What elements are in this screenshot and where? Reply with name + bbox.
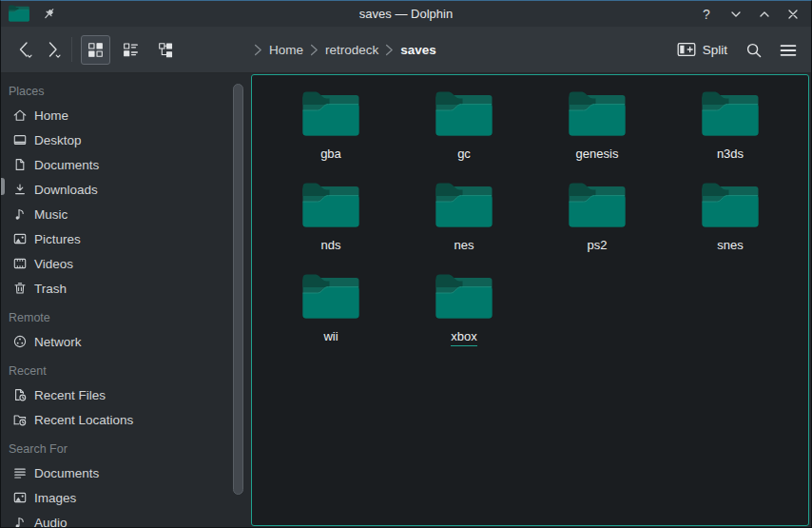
sidebar-section-header: Recent <box>1 360 229 382</box>
split-label: Split <box>703 43 727 57</box>
sidebar-section-header: Places <box>1 80 229 103</box>
breadcrumb-arrow-icon[interactable] <box>254 44 262 56</box>
music-note-icon <box>12 515 29 528</box>
sidebar-item-documents[interactable]: Documents <box>1 460 229 485</box>
sidebar-item-label: Downloads <box>34 183 98 197</box>
maximize-button[interactable] <box>752 4 775 25</box>
sidebar-item-label: Trash <box>34 282 67 296</box>
sidebar-item-recent-files[interactable]: Recent Files <box>1 382 229 407</box>
folder-item[interactable]: nes <box>397 179 531 270</box>
sidebar-item-home[interactable]: Home <box>1 103 229 127</box>
menu-button[interactable] <box>773 35 802 64</box>
sidebar-item-label: Home <box>34 108 68 123</box>
icons-view-button[interactable] <box>81 35 110 65</box>
sidebar-item-label: Audio <box>34 516 68 528</box>
folder-item[interactable]: xbox <box>397 270 531 362</box>
music-note-icon <box>12 206 29 223</box>
details-view-button[interactable] <box>116 35 145 65</box>
sidebar-item-videos[interactable]: Videos <box>1 251 229 276</box>
minimize-button[interactable] <box>724 4 746 25</box>
scrollbar-handle[interactable] <box>233 84 243 495</box>
folder-grid: gba gc genesis n3ds nds <box>252 75 798 362</box>
sidebar-item-network[interactable]: Network <box>1 329 229 354</box>
folder-label: gc <box>457 147 471 162</box>
search-button[interactable] <box>739 35 767 64</box>
toolbar-right: Split <box>671 27 802 72</box>
folder-label: nds <box>321 238 341 253</box>
folder-label: nes <box>454 238 474 253</box>
folder-item[interactable]: wii <box>264 270 397 362</box>
breadcrumb-item[interactable]: retrodeck <box>325 43 378 57</box>
folder-icon <box>302 274 359 322</box>
panel-edge-handle[interactable] <box>1 178 5 195</box>
split-button[interactable]: Split <box>671 37 733 62</box>
image-icon <box>12 490 29 506</box>
document-lines-icon <box>12 465 29 481</box>
window-body: Places Home Desktop Documents Downloads … <box>1 73 811 527</box>
breadcrumb-arrow-icon[interactable] <box>385 44 394 56</box>
folder-item[interactable]: gc <box>397 88 531 179</box>
close-button[interactable] <box>781 4 803 25</box>
folder-icon <box>302 183 359 230</box>
sidebar-item-music[interactable]: Music <box>1 202 229 226</box>
sidebar-item-recent-locations[interactable]: Recent Locations <box>1 407 229 432</box>
folder-icon <box>435 183 493 230</box>
pin-icon[interactable] <box>41 6 57 22</box>
window-title: saves — Dolphin <box>1 7 811 21</box>
sidebar-section: Places Home Desktop Documents Downloads … <box>1 80 229 301</box>
sidebar-item-downloads[interactable]: Downloads <box>1 177 229 202</box>
sidebar-item-label: Desktop <box>34 133 82 147</box>
sidebar-section: Recent Recent Files Recent Locations <box>1 360 229 432</box>
folder-item[interactable]: ps2 <box>531 179 664 270</box>
forward-button[interactable] <box>39 33 66 66</box>
folder-item[interactable]: n3ds <box>664 88 797 179</box>
home-icon <box>12 108 29 124</box>
trash-icon <box>12 281 29 297</box>
toolbar: Homeretrodecksaves Split <box>1 27 811 73</box>
folder-label: snes <box>717 238 743 253</box>
folder-icon <box>302 91 359 139</box>
recent-files-icon <box>12 387 29 403</box>
sidebar-item-label: Images <box>34 491 76 505</box>
folder-item[interactable]: nds <box>264 179 397 270</box>
places-panel: Places Home Desktop Documents Downloads … <box>1 73 229 527</box>
sidebar-item-trash[interactable]: Trash <box>1 276 229 301</box>
download-icon <box>12 182 29 198</box>
sidebar-item-audio[interactable]: Audio <box>1 510 229 527</box>
sidebar-item-desktop[interactable]: Desktop <box>1 127 229 152</box>
breadcrumb-item[interactable]: saves <box>400 43 436 57</box>
folder-item[interactable]: snes <box>664 179 797 270</box>
folder-item[interactable]: gba <box>264 88 397 179</box>
titlebar: saves — Dolphin ? <box>1 1 811 27</box>
dolphin-app-icon <box>9 5 29 23</box>
sidebar-item-label: Music <box>34 207 68 222</box>
folder-icon <box>702 91 759 139</box>
sidebar-item-images[interactable]: Images <box>1 485 229 510</box>
folder-label: gba <box>320 147 341 162</box>
breadcrumb-item[interactable]: Home <box>269 43 303 57</box>
dolphin-window: saves — Dolphin ? Homeretrodecksaves Spl… <box>0 0 812 528</box>
folder-label: xbox <box>451 329 476 346</box>
toolbar-separator <box>71 37 72 62</box>
sidebar-item-documents[interactable]: Documents <box>1 152 229 177</box>
folder-item[interactable]: genesis <box>531 88 664 179</box>
sidebar-item-label: Documents <box>34 466 99 480</box>
sidebar-section: Remote Network <box>1 306 229 354</box>
network-icon <box>12 334 29 350</box>
sidebar-item-label: Recent Files <box>34 388 106 402</box>
film-icon <box>12 256 29 272</box>
scrollbar-track[interactable] <box>229 73 251 527</box>
help-button[interactable]: ? <box>695 4 718 25</box>
document-icon <box>12 157 29 173</box>
breadcrumb-arrow-icon[interactable] <box>310 44 319 56</box>
sidebar-item-label: Recent Locations <box>34 413 133 427</box>
tree-view-button[interactable] <box>151 35 181 65</box>
back-button[interactable] <box>12 33 39 66</box>
sidebar-item-pictures[interactable]: Pictures <box>1 226 229 251</box>
sidebar-section: Search For Documents Images Audio <box>1 438 229 527</box>
folder-icon <box>569 91 626 139</box>
sidebar-item-label: Documents <box>34 158 99 172</box>
recent-locations-icon <box>12 412 29 428</box>
sidebar-item-label: Pictures <box>34 232 81 246</box>
folder-icon <box>435 91 493 139</box>
